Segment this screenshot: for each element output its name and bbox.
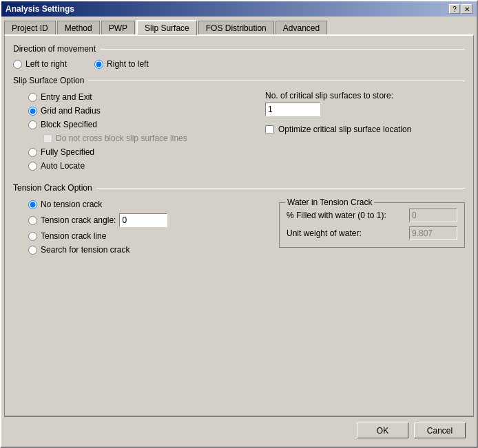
ok-button[interactable]: OK — [357, 423, 408, 438]
tension-crack-body: No tension crack Tension crack angle: Te… — [13, 198, 465, 256]
fully-specified-radio[interactable] — [28, 148, 37, 157]
option-search-tension[interactable]: Search for tension crack — [13, 244, 268, 256]
store-label: No. of critical slip surfaces to store: — [265, 91, 465, 100]
close-button[interactable]: ✕ — [461, 4, 472, 14]
slip-surface-label: Slip Surface Option — [13, 76, 84, 85]
no-tension-label: No tension crack — [41, 200, 102, 209]
slip-surface-body: Entry and Exit Grid and Radius Block Spe… — [13, 91, 465, 172]
direction-ltr-label: Left to right — [25, 59, 67, 69]
tabs-container: Project ID Method PWP Slip Surface FOS D… — [1, 17, 477, 34]
search-tension-radio[interactable] — [28, 246, 37, 255]
optimize-row[interactable]: Optimize critical slip surface location — [265, 125, 465, 134]
slip-surface-divider — [88, 81, 465, 81]
tension-crack-divider — [96, 188, 465, 189]
tension-line-label: Tension crack line — [41, 231, 106, 241]
slip-surface-section-header: Slip Surface Option — [13, 76, 465, 85]
tab-method[interactable]: Method — [57, 21, 100, 36]
option-fully-specified[interactable]: Fully Specified — [13, 146, 187, 158]
water-fill-row: % Filled with water (0 to 1): — [287, 209, 457, 222]
slip-surface-right-panel: No. of critical slip surfaces to store: … — [265, 91, 465, 134]
tension-line-radio[interactable] — [28, 232, 37, 241]
grid-radius-radio[interactable] — [28, 107, 37, 116]
water-group-title: Water in Tension Crack — [285, 198, 374, 207]
search-tension-label: Search for tension crack — [41, 245, 129, 255]
option-tension-line[interactable]: Tension crack line — [13, 230, 268, 242]
store-field-group: No. of critical slip surfaces to store: — [265, 91, 465, 116]
optimize-checkbox[interactable] — [265, 125, 274, 134]
option-no-tension[interactable]: No tension crack — [13, 198, 268, 211]
option-grid-radius[interactable]: Grid and Radius — [13, 105, 187, 117]
tension-angle-input[interactable] — [119, 213, 167, 227]
slip-surface-options: Entry and Exit Grid and Radius Block Spe… — [13, 91, 187, 172]
water-fill-input — [409, 209, 457, 222]
direction-right-to-left[interactable]: Right to left — [94, 59, 149, 69]
bottom-bar: OK Cancel — [4, 416, 474, 444]
no-tension-radio[interactable] — [28, 200, 37, 209]
fully-specified-label: Fully Specified — [41, 147, 94, 157]
option-do-not-cross: Do not cross block slip surface lines — [13, 132, 187, 145]
option-tension-angle[interactable]: Tension crack angle: — [13, 212, 268, 228]
do-not-cross-label: Do not cross block slip surface lines — [56, 134, 187, 143]
tab-advanced[interactable]: Advanced — [276, 21, 327, 36]
dialog-title: Analysis Settings — [6, 4, 74, 14]
grid-radius-label: Grid and Radius — [41, 106, 101, 116]
water-fill-label: % Filled with water (0 to 1): — [287, 211, 409, 220]
title-bar-buttons: ? ✕ — [449, 4, 472, 14]
help-button[interactable]: ? — [449, 4, 460, 14]
tension-angle-label: Tension crack angle: — [41, 215, 116, 225]
tension-options: No tension crack Tension crack angle: Te… — [13, 198, 268, 256]
analysis-settings-dialog: Analysis Settings ? ✕ Project ID Method … — [0, 0, 478, 448]
tab-project-id[interactable]: Project ID — [4, 21, 56, 36]
option-auto-locate[interactable]: Auto Locate — [13, 160, 187, 172]
tab-fos-distribution[interactable]: FOS Distribution — [198, 21, 274, 36]
unit-weight-row: Unit weight of water: — [287, 226, 457, 240]
tension-crack-header: Tension Crack Option — [13, 183, 465, 193]
option-entry-exit[interactable]: Entry and Exit — [13, 91, 187, 103]
tension-angle-radio[interactable] — [28, 216, 37, 225]
tab-pwp[interactable]: PWP — [101, 21, 135, 36]
direction-options: Left to right Right to left — [13, 59, 465, 69]
entry-exit-label: Entry and Exit — [41, 92, 92, 102]
water-tension-crack-panel: Water in Tension Crack % Filled with wat… — [279, 198, 465, 256]
auto-locate-radio[interactable] — [28, 162, 37, 171]
direction-rtl-radio[interactable] — [94, 60, 103, 69]
direction-ltr-radio[interactable] — [13, 60, 22, 69]
do-not-cross-checkbox — [43, 134, 52, 143]
optimize-label: Optimize critical slip surface location — [278, 125, 411, 134]
tab-slip-surface[interactable]: Slip Surface — [136, 20, 197, 35]
direction-label: Direction of movement — [13, 44, 96, 54]
auto-locate-label: Auto Locate — [41, 161, 85, 171]
water-group-box: Water in Tension Crack % Filled with wat… — [279, 202, 465, 248]
direction-section-header: Direction of movement — [13, 44, 465, 54]
direction-left-to-right[interactable]: Left to right — [13, 59, 67, 69]
tension-crack-label: Tension Crack Option — [13, 183, 92, 193]
block-specified-label: Block Specified — [41, 120, 97, 129]
cancel-button[interactable]: Cancel — [414, 423, 466, 438]
direction-rtl-label: Right to left — [107, 59, 149, 69]
content-area: Direction of movement Left to right Righ… — [4, 34, 474, 416]
entry-exit-radio[interactable] — [28, 93, 37, 102]
block-specified-radio[interactable] — [28, 120, 37, 129]
tension-crack-section: Tension Crack Option No tension crack Te… — [13, 183, 465, 256]
unit-weight-input — [409, 226, 457, 240]
option-block-specified[interactable]: Block Specified — [13, 118, 187, 131]
unit-weight-label: Unit weight of water: — [287, 228, 409, 238]
store-input[interactable] — [265, 103, 320, 116]
title-bar: Analysis Settings ? ✕ — [1, 1, 477, 17]
direction-divider — [100, 49, 465, 50]
